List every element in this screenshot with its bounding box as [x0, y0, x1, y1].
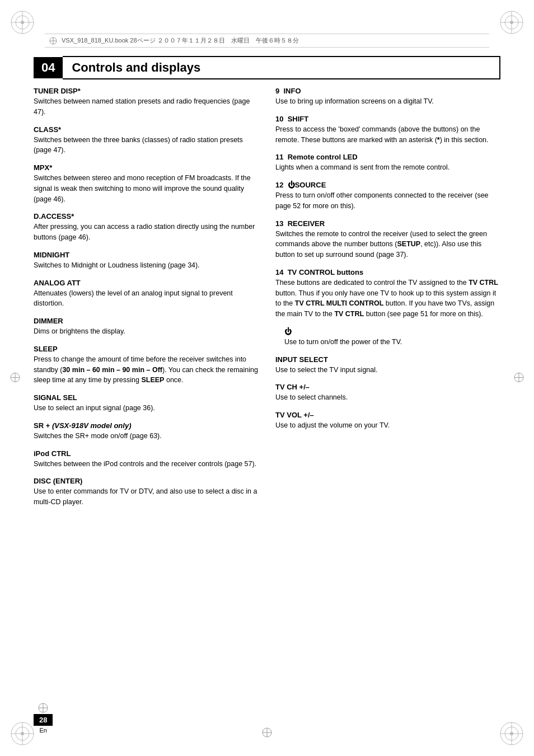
entry-ipod-ctrl: iPod CTRL Switches between the iPod cont…: [34, 449, 259, 469]
entry-title-sr-plus: SR + (VSX-918V model only): [34, 421, 259, 430]
entry-body-mpx: Switches between stereo and mono recepti…: [34, 173, 259, 204]
chapter-header: 04 Controls and displays: [34, 56, 500, 79]
entry-tv-vol: TV VOL +/– Use to adjust the volume on y…: [275, 411, 500, 431]
entry-receiver: 13 RECEIVER Switches the remote to contr…: [275, 219, 500, 260]
entry-title-info: 9 INFO: [275, 87, 500, 95]
entry-shift: 10 SHIFT Press to access the 'boxed' com…: [275, 115, 500, 145]
entry-title-input-select: INPUT SELECT: [275, 355, 500, 364]
entry-title-receiver: 13 RECEIVER: [275, 219, 500, 228]
entry-mpx: MPX* Switches between stereo and mono re…: [34, 163, 259, 204]
entry-sleep: SLEEP Press to change the amount of time…: [34, 345, 259, 386]
entry-title-source: 12 ⏻SOURCE: [275, 181, 500, 189]
entry-body-sleep: Press to change the amount of time befor…: [34, 354, 259, 386]
right-column: 9 INFO Use to bring up information scree…: [275, 87, 500, 515]
entry-sr-plus: SR + (VSX-918V model only) Switches the …: [34, 421, 259, 442]
entry-title-shift: 10 SHIFT: [275, 115, 500, 123]
entry-tv-control: 14 TV CONTROL buttons These buttons are …: [275, 268, 500, 320]
entry-title-d-access: D.ACCESS*: [34, 212, 259, 220]
corner-decoration-tl: [6, 6, 39, 39]
entry-title-tuner-disp: TUNER DISP*: [34, 87, 259, 95]
entry-title-tv-control: 14 TV CONTROL buttons: [275, 268, 500, 276]
entry-dimmer: DIMMER Dims or brightens the display.: [34, 317, 259, 337]
entry-body-input-select: Use to select the TV input signal.: [275, 365, 500, 375]
entry-title-analog-att: ANALOG ATT: [34, 279, 259, 287]
entry-power-tv: ⏻ Use to turn on/off the power of the TV…: [284, 327, 500, 348]
entry-title-dimmer: DIMMER: [34, 317, 259, 325]
file-info-text: VSX_918_818_KU.book 28ページ ２００７年１１月２８日 水曜…: [62, 36, 299, 45]
entry-title-tv-vol: TV VOL +/–: [275, 411, 500, 419]
page-number-area: 28 En: [34, 703, 53, 734]
entry-title-sleep: SLEEP: [34, 345, 259, 353]
content-area: TUNER DISP* Switches between named stati…: [34, 87, 500, 515]
entry-body-power-tv: Use to turn on/off the power of the TV.: [284, 337, 500, 348]
entry-info: 9 INFO Use to bring up information scree…: [275, 87, 500, 107]
entry-signal-sel: SIGNAL SEL Use to select an input signal…: [34, 393, 259, 414]
entry-body-class: Switches between the three banks (classe…: [34, 135, 259, 156]
entry-title-remote-led: 11 Remote control LED: [275, 153, 500, 161]
svg-point-9: [510, 21, 513, 24]
entry-d-access: D.ACCESS* After pressing, you can access…: [34, 212, 259, 243]
entry-title-ipod-ctrl: iPod CTRL: [34, 449, 259, 458]
entry-body-tuner-disp: Switches between named station presets a…: [34, 96, 259, 118]
bottom-reg-center: [262, 727, 272, 739]
entry-body-d-access: After pressing, you can access a radio s…: [34, 222, 259, 243]
entry-body-sr-plus: Switches the SR+ mode on/off (page 63).: [34, 431, 259, 442]
entry-body-dimmer: Dims or brightens the display.: [34, 326, 259, 337]
entry-analog-att: ANALOG ATT Attenuates (lowers) the level…: [34, 279, 259, 309]
entry-body-receiver: Switches the remote to control the recei…: [275, 229, 500, 260]
entry-tv-ch: TV CH +/– Use to select channels.: [275, 383, 500, 403]
entry-title-signal-sel: SIGNAL SEL: [34, 393, 259, 402]
entry-title-midnight: MIDNIGHT: [34, 251, 259, 259]
entry-body-analog-att: Attenuates (lowers) the level of an anal…: [34, 288, 259, 309]
entry-midnight: MIDNIGHT Switches to Midnight or Loudnes…: [34, 251, 259, 271]
entry-remote-led: 11 Remote control LED Lights when a comm…: [275, 153, 500, 173]
entry-title-mpx: MPX*: [34, 163, 259, 172]
left-column: TUNER DISP* Switches between named stati…: [34, 87, 259, 515]
svg-point-19: [510, 732, 513, 735]
entry-body-info: Use to bring up information screens on a…: [275, 96, 500, 107]
entry-body-tv-control: These buttons are dedicated to control t…: [275, 278, 500, 320]
page-reg-mark: [38, 703, 48, 713]
entry-body-tv-ch: Use to select channels.: [275, 392, 500, 403]
entry-body-disc-enter: Use to enter commands for TV or DTV, and…: [34, 486, 259, 508]
entry-input-select: INPUT SELECT Use to select the TV input …: [275, 355, 500, 375]
entry-disc-enter: DISC (ENTER) Use to enter commands for T…: [34, 477, 259, 508]
entry-tuner-disp: TUNER DISP* Switches between named stati…: [34, 87, 259, 118]
side-reg-right: [514, 372, 524, 384]
chapter-title: Controls and displays: [63, 56, 500, 79]
entry-body-ipod-ctrl: Switches between the iPod controls and t…: [34, 459, 259, 469]
entry-title-class: CLASS*: [34, 125, 259, 134]
entry-title-disc-enter: DISC (ENTER): [34, 477, 259, 485]
entry-body-tv-vol: Use to adjust the volume on your TV.: [275, 420, 500, 431]
entry-title-power-tv: ⏻: [284, 327, 500, 336]
file-info-bar: VSX_918_818_KU.book 28ページ ２００７年１１月２８日 水曜…: [45, 34, 489, 48]
corner-decoration-br: [495, 717, 528, 750]
entry-source: 12 ⏻SOURCE Press to turn on/off other co…: [275, 181, 500, 212]
entry-body-midnight: Switches to Midnight or Loudness listeni…: [34, 260, 259, 271]
entry-class: CLASS* Switches between the three banks …: [34, 125, 259, 156]
chapter-number: 04: [34, 57, 63, 78]
svg-point-14: [21, 732, 24, 735]
entry-body-remote-led: Lights when a command is sent from the r…: [275, 162, 500, 173]
entry-body-signal-sel: Use to select an input signal (page 36).: [34, 403, 259, 414]
page-number: 28: [34, 714, 53, 726]
entry-body-shift: Press to access the 'boxed' commands (ab…: [275, 124, 500, 145]
svg-point-4: [21, 21, 24, 24]
entry-title-tv-ch: TV CH +/–: [275, 383, 500, 391]
corner-decoration-tr: [495, 6, 528, 39]
side-reg-left: [10, 372, 20, 384]
entry-body-source: Press to turn on/off other components co…: [275, 190, 500, 212]
page-lang: En: [40, 727, 47, 734]
